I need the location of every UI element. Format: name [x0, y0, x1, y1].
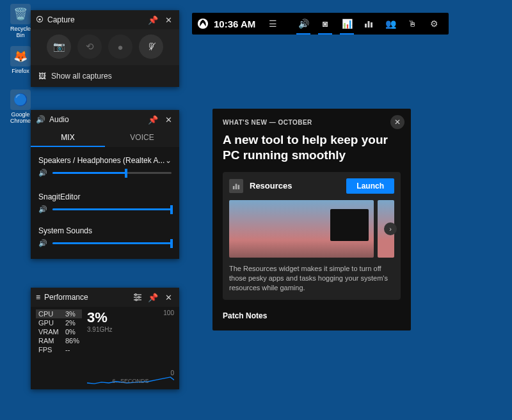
audio-widget: 🔊 Audio 📌 ✕ MIX VOICE Speakers / Headpho…: [31, 110, 179, 259]
perf-chart: 6...SECONDS: [87, 339, 174, 384]
carousel-next-button[interactable]: ›: [384, 222, 397, 235]
performance-widget: ≡ Performance 📌 ✕ CPU3% GPU2% VRAM0% RAM…: [31, 288, 179, 389]
desktop-icon-label: Recycle Bin: [8, 26, 33, 38]
mouse-icon[interactable]: 🖱: [403, 13, 422, 35]
desktop-icon-recycle[interactable]: 🗑️ Recycle Bin: [8, 4, 33, 38]
mic-toggle-button[interactable]: 🎙︎̸: [139, 35, 163, 59]
svg-rect-10: [233, 186, 235, 189]
system-volume-slider[interactable]: [52, 242, 172, 244]
app-name: System Sounds: [38, 226, 92, 235]
svg-point-5: [136, 299, 138, 301]
chevron-down-icon: ⌄: [165, 156, 172, 165]
xbox-icon[interactable]: [197, 18, 209, 29]
xbox-social-icon[interactable]: 👥: [381, 13, 400, 35]
capture-body: 📷 ⟲ ● 🎙︎̸: [31, 29, 179, 65]
card-title: Resources: [250, 181, 340, 191]
widgets-menu-icon[interactable]: ☰: [263, 13, 282, 35]
options-icon[interactable]: [132, 292, 143, 303]
capture-header: ⦿ Capture 📌 ✕: [31, 10, 179, 29]
card-header: Resources Launch: [229, 178, 394, 194]
tab-voice[interactable]: VOICE: [105, 129, 179, 147]
gallery-icon: 🖼: [38, 72, 46, 81]
perf-frequency: 3.91GHz: [87, 326, 174, 333]
svg-rect-12: [238, 185, 240, 189]
audio-icon[interactable]: 🔊: [294, 13, 313, 35]
capture-icon[interactable]: ◙: [316, 13, 335, 35]
speaker-icon: 🔊: [36, 115, 45, 124]
settings-icon[interactable]: ⚙: [424, 13, 444, 35]
perf-metrics-list: CPU3% GPU2% VRAM0% RAM86% FPS--: [36, 309, 82, 384]
svg-point-3: [135, 294, 137, 296]
app-volume-slider-row: 🔊: [38, 238, 172, 251]
desktop-icon-label: Google Chrome: [8, 111, 33, 124]
capture-widget: ⦿ Capture 📌 ✕ 📷 ⟲ ● 🎙︎̸ 🖼 Show all captu…: [31, 10, 179, 87]
perf-chart-area: 3% 3.91GHz 100 6...SECONDS 0: [87, 309, 174, 384]
close-icon[interactable]: ✕: [163, 292, 174, 303]
patch-notes-link[interactable]: Patch Notes: [223, 311, 401, 320]
svg-rect-8: [368, 21, 370, 27]
output-device-row[interactable]: Speakers / Headphones (Realtek A... ⌄: [38, 151, 172, 167]
audio-header: 🔊 Audio 📌 ✕: [31, 110, 179, 129]
performance-icon: ≡: [36, 293, 40, 302]
perf-current-value: 3%: [87, 309, 174, 326]
capture-title: Capture: [47, 15, 143, 24]
app-name: SnagitEditor: [38, 192, 80, 201]
show-all-captures[interactable]: 🖼 Show all captures: [31, 65, 179, 87]
capture-icon: ⦿: [36, 15, 44, 24]
pin-icon[interactable]: 📌: [147, 292, 159, 303]
clock: 10:36 AM: [211, 19, 260, 29]
chrome-icon: 🔵: [10, 89, 31, 110]
desktop-icon-firefox[interactable]: 🦊 Firefox: [8, 46, 33, 74]
perf-axis-max: 100: [163, 309, 174, 316]
perf-row-ram[interactable]: RAM86%: [36, 336, 82, 345]
device-volume-slider[interactable]: [52, 172, 172, 174]
svg-point-4: [138, 297, 140, 299]
app-volume-row: SnagitEditor: [38, 181, 172, 204]
desktop-icon-chrome[interactable]: 🔵 Google Chrome: [8, 89, 33, 124]
perf-row-fps[interactable]: FPS--: [36, 345, 82, 354]
performance-icon[interactable]: 📊: [337, 13, 356, 35]
screenshot-preview[interactable]: [229, 200, 374, 258]
output-device-label: Speakers / Headphones (Realtek A...: [38, 156, 164, 165]
screenshot-carousel: ›: [229, 200, 394, 258]
perf-row-gpu[interactable]: GPU2%: [36, 318, 82, 327]
performance-body: CPU3% GPU2% VRAM0% RAM86% FPS-- 3% 3.91G…: [31, 307, 179, 389]
close-button[interactable]: ✕: [390, 115, 404, 129]
launch-button[interactable]: Launch: [346, 178, 394, 194]
device-volume-row: 🔊: [38, 167, 172, 181]
resources-icon[interactable]: [359, 13, 378, 35]
popup-caption: WHAT'S NEW — OCTOBER: [223, 119, 401, 126]
recycle-bin-icon: 🗑️: [10, 4, 31, 24]
speaker-icon: 🔊: [38, 239, 47, 247]
screenshot-button[interactable]: 📷: [47, 35, 71, 59]
audio-tabs: MIX VOICE: [31, 129, 179, 147]
speaker-icon: 🔊: [38, 169, 47, 177]
close-icon[interactable]: ✕: [163, 114, 174, 125]
snagit-volume-slider[interactable]: [52, 208, 172, 210]
record-last-button[interactable]: ⟲: [77, 35, 102, 59]
record-button[interactable]: ●: [108, 35, 132, 59]
performance-title: Performance: [44, 293, 128, 302]
desktop-icon-label: Firefox: [8, 68, 33, 74]
firefox-icon: 🦊: [10, 46, 31, 66]
resources-icon: [229, 179, 243, 193]
card-description: The Resources widget makes it simple to …: [229, 264, 394, 293]
pin-icon[interactable]: 📌: [147, 14, 159, 26]
svg-rect-7: [365, 24, 367, 27]
record-clip-icon: ⟲: [86, 41, 94, 52]
whats-new-popup: ✕ WHAT'S NEW — OCTOBER A new tool to hel…: [212, 109, 411, 331]
camera-icon: 📷: [53, 41, 65, 52]
perf-axis-min: 0: [170, 369, 174, 377]
audio-body: Speakers / Headphones (Realtek A... ⌄ 🔊 …: [31, 147, 179, 259]
game-bar-topbar: 10:36 AM ☰ 🔊 ◙ 📊 👥 🖱 ⚙: [192, 13, 449, 35]
pin-icon[interactable]: 📌: [147, 114, 159, 125]
perf-row-vram[interactable]: VRAM0%: [36, 327, 82, 336]
show-all-label: Show all captures: [51, 72, 112, 81]
app-volume-slider-row: 🔊: [38, 204, 172, 217]
speaker-icon: 🔊: [38, 205, 47, 214]
close-icon[interactable]: ✕: [163, 14, 174, 26]
tab-mix[interactable]: MIX: [31, 129, 105, 147]
feature-card: Resources Launch › The Resources widget …: [223, 172, 401, 300]
perf-row-cpu[interactable]: CPU3%: [36, 309, 82, 318]
perf-axis-time: 6...SECONDS: [113, 378, 149, 384]
